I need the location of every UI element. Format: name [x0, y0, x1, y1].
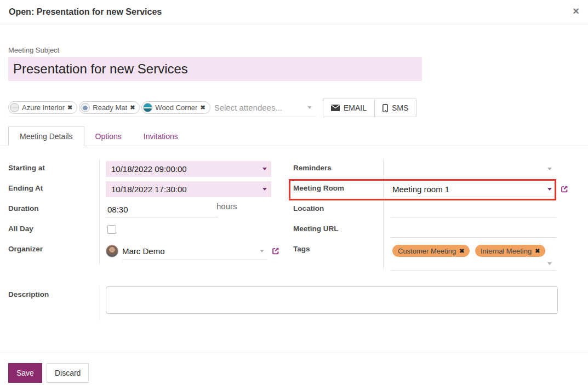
attendee-tag[interactable]: Ready Mat ✖ — [79, 101, 140, 114]
duration-input[interactable]: 08:30 — [106, 202, 218, 217]
organizer-avatar — [106, 245, 118, 257]
tag-label: Internal Meeting — [481, 247, 532, 255]
duration-unit: hours — [216, 202, 237, 211]
all-day-checkbox[interactable] — [107, 225, 116, 234]
dropdown-caret-icon[interactable] — [547, 188, 552, 191]
location-input[interactable] — [391, 202, 556, 217]
attendee-tag[interactable]: Azure Interior ✖ — [8, 101, 77, 114]
organizer-label: Organizer — [8, 240, 100, 264]
tag-remove-icon[interactable]: ✖ — [459, 248, 464, 255]
save-button[interactable]: Save — [8, 363, 42, 383]
attendee-remove-icon[interactable]: ✖ — [67, 104, 72, 111]
meeting-url-label: Meeting URL — [285, 220, 384, 240]
meeting-details-form: Starting at 10/18/2022 09:00:00 Ending A… — [8, 159, 580, 270]
attendee-remove-icon[interactable]: ✖ — [200, 104, 205, 111]
tags-dropdown-caret-icon[interactable] — [547, 262, 552, 265]
attendees-placeholder: Select attendees... — [214, 103, 282, 112]
dialog-footer: Save Discard — [0, 353, 588, 383]
tab-meeting-details[interactable]: Meeting Details — [8, 127, 84, 146]
dialog-body: Meeting Subject Presentation for new Ser… — [0, 46, 588, 320]
duration-label: Duration — [8, 199, 100, 220]
starting-at-value: 10/18/2022 09:00:00 — [111, 164, 187, 174]
event-dialog: Open: Presentation for new Services × Me… — [0, 0, 588, 385]
dropdown-caret-icon[interactable] — [260, 250, 264, 252]
dialog-header: Open: Presentation for new Services × — [0, 0, 588, 25]
meeting-room-input[interactable]: Meeting room 1 — [391, 181, 556, 197]
tab-invitations[interactable]: Invitations — [133, 127, 189, 146]
tags-label: Tags — [285, 240, 384, 270]
meeting-url-input[interactable] — [391, 222, 556, 238]
dropdown-caret-icon[interactable] — [262, 188, 267, 191]
dropdown-caret-icon[interactable] — [547, 168, 552, 170]
organizer-input[interactable]: Marc Demo — [106, 242, 280, 260]
starting-at-label: Starting at — [8, 159, 100, 179]
attendee-tag[interactable]: Wood Corner ✖ — [141, 101, 210, 114]
organizer-value: Marc Demo — [122, 246, 165, 256]
description-row: Description — [8, 286, 580, 320]
starting-at-input[interactable]: 10/18/2022 09:00:00 — [106, 161, 271, 177]
tag-label: Customer Meeting — [398, 247, 456, 255]
meeting-room-label: Meeting Room — [285, 179, 384, 199]
tag-pill[interactable]: Internal Meeting ✖ — [475, 245, 545, 257]
phone-icon — [383, 104, 388, 112]
ending-at-label: Ending At — [8, 179, 100, 199]
email-button-label: EMAIL — [344, 104, 367, 112]
tab-options[interactable]: Options — [84, 127, 133, 146]
attendee-tag-label: Azure Interior — [22, 104, 65, 112]
tag-remove-icon[interactable]: ✖ — [535, 248, 540, 255]
form-right-column: Reminders Meeting Room Meeting room 1 — [285, 159, 580, 270]
tab-bar: Meeting Details Options Invitations — [0, 127, 588, 146]
dropdown-caret-icon[interactable] — [262, 168, 267, 170]
email-button[interactable]: EMAIL — [323, 99, 375, 117]
external-link-icon[interactable] — [271, 246, 280, 256]
attendees-dropdown-caret-icon[interactable] — [307, 106, 312, 109]
close-icon[interactable]: × — [573, 5, 579, 16]
attendee-avatar-ready-mat — [81, 103, 90, 112]
meeting-subject-label: Meeting Subject — [8, 46, 580, 55]
attendee-tag-label: Ready Mat — [93, 104, 127, 112]
discard-button[interactable]: Discard — [47, 363, 89, 383]
meeting-subject-input[interactable]: Presentation for new Services — [8, 57, 422, 81]
tags-input[interactable]: Customer Meeting ✖ Internal Meeting ✖ — [391, 242, 556, 271]
attendee-avatar-wood-corner — [143, 103, 152, 112]
form-left-column: Starting at 10/18/2022 09:00:00 Ending A… — [8, 159, 285, 270]
duration-value: 08:30 — [107, 205, 128, 214]
description-label: Description — [8, 286, 100, 320]
attendee-remove-icon[interactable]: ✖ — [130, 104, 135, 111]
all-day-label: All Day — [8, 220, 100, 240]
envelope-icon — [331, 105, 340, 111]
location-label: Location — [285, 199, 384, 220]
meeting-room-value: Meeting room 1 — [392, 185, 449, 194]
attendee-actions: EMAIL SMS — [323, 99, 416, 117]
sms-button[interactable]: SMS — [375, 99, 416, 117]
external-link-icon[interactable] — [560, 185, 569, 194]
ending-at-input[interactable]: 10/18/2022 17:30:00 — [106, 181, 271, 197]
description-textarea[interactable] — [106, 286, 558, 314]
sms-button-label: SMS — [392, 104, 408, 112]
attendee-avatar-azure-interior — [10, 103, 19, 112]
dialog-title: Open: Presentation for new Services — [9, 7, 579, 17]
reminders-label: Reminders — [285, 159, 384, 179]
attendees-row: Azure Interior ✖ Ready Mat ✖ Wood Corner… — [8, 99, 580, 117]
ending-at-value: 10/18/2022 17:30:00 — [111, 185, 187, 194]
tag-pill[interactable]: Customer Meeting ✖ — [392, 245, 470, 257]
attendee-tag-label: Wood Corner — [155, 104, 197, 112]
reminders-input[interactable] — [391, 161, 556, 177]
attendees-input[interactable]: Azure Interior ✖ Ready Mat ✖ Wood Corner… — [8, 99, 316, 117]
